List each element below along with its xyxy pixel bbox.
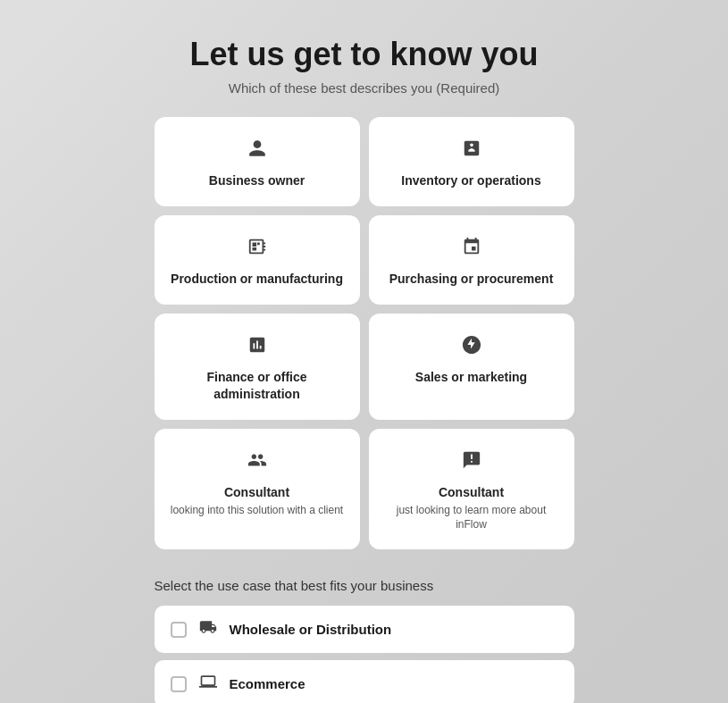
production-manufacturing-icon <box>247 237 267 262</box>
role-card-consultant-inflow[interactable]: Consultant just looking to learn more ab… <box>369 429 574 549</box>
purchasing-procurement-icon <box>462 237 481 262</box>
role-card-production-manufacturing[interactable]: Production or manufacturing <box>155 215 360 305</box>
role-card-sublabel: looking into this solution with a client <box>171 504 343 518</box>
role-card-consultant-client[interactable]: Consultant looking into this solution wi… <box>155 429 360 549</box>
use-case-item-ecommerce[interactable]: Ecommerce <box>155 660 574 703</box>
sales-marketing-icon <box>462 335 481 360</box>
role-card-inventory-operations[interactable]: Inventory or operations <box>369 117 574 206</box>
consultant-client-icon <box>247 450 267 475</box>
role-card-finance-office[interactable]: Finance or office administration <box>155 314 360 419</box>
consultant-inflow-icon <box>462 450 481 475</box>
role-card-label: Consultant <box>439 484 504 500</box>
ecommerce-icon <box>199 673 217 695</box>
role-card-label: Business owner <box>209 172 305 188</box>
page-subtitle: Which of these best describes you (Requi… <box>229 80 499 96</box>
inventory-operations-icon <box>462 138 481 163</box>
role-card-label: Production or manufacturing <box>171 271 343 287</box>
page-container: Let us get to know you Which of these be… <box>0 0 728 703</box>
business-owner-icon <box>247 138 267 163</box>
wholesale-label: Wholesale or Distribution <box>230 622 392 637</box>
role-card-label: Sales or marketing <box>415 369 527 385</box>
role-card-label: Consultant <box>224 484 289 500</box>
role-card-label: Inventory or operations <box>401 172 540 188</box>
use-case-section-label: Select the use case that best fits your … <box>155 578 574 593</box>
role-card-purchasing-procurement[interactable]: Purchasing or procurement <box>369 215 574 305</box>
role-card-label: Purchasing or procurement <box>389 271 554 287</box>
ecommerce-checkbox[interactable] <box>171 676 187 692</box>
role-card-sales-marketing[interactable]: Sales or marketing <box>369 314 574 419</box>
finance-office-icon <box>247 335 267 360</box>
use-case-checklist: Wholesale or Distribution Ecommerce Manu… <box>155 606 574 703</box>
use-case-item-wholesale[interactable]: Wholesale or Distribution <box>155 606 574 653</box>
wholesale-checkbox[interactable] <box>171 622 187 638</box>
page-title: Let us get to know you <box>189 36 538 73</box>
ecommerce-label: Ecommerce <box>230 676 305 691</box>
role-card-sublabel: just looking to learn more about inFlow <box>385 504 558 531</box>
role-cards-grid: Business owner Inventory or operations P… <box>155 117 574 549</box>
role-card-business-owner[interactable]: Business owner <box>155 117 360 206</box>
role-card-label: Finance or office administration <box>171 369 344 401</box>
wholesale-icon <box>199 618 217 640</box>
